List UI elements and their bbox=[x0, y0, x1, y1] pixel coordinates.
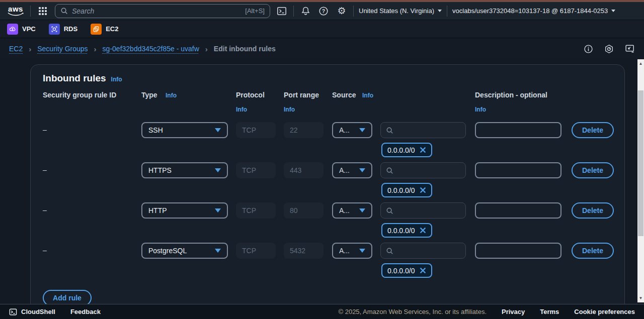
description-input[interactable] bbox=[475, 162, 561, 178]
account-menu[interactable]: voclabs/user3732048=103137-18 @ 6187-184… bbox=[452, 7, 615, 15]
chip-value: 0.0.0.0/0 bbox=[387, 146, 415, 154]
aws-logo[interactable]: aws bbox=[6, 6, 25, 17]
chevron-down-icon bbox=[359, 249, 365, 253]
chevron-down-icon bbox=[611, 10, 615, 12]
type-select-value: PostgreSQL bbox=[148, 247, 187, 255]
type-select[interactable]: PostgreSQL bbox=[141, 243, 228, 259]
chip-value: 0.0.0.0/0 bbox=[387, 267, 415, 275]
favorite-ec2[interactable]: EC2 bbox=[91, 24, 118, 35]
add-rule-button[interactable]: Add rule bbox=[43, 290, 92, 304]
help-icon[interactable]: ? bbox=[317, 5, 330, 18]
source-search-input[interactable] bbox=[380, 243, 466, 259]
global-search[interactable]: [Alt+S] bbox=[55, 4, 270, 18]
type-select[interactable]: HTTPS bbox=[141, 162, 228, 178]
favorite-vpc[interactable]: VPC bbox=[7, 24, 36, 35]
type-select[interactable]: HTTP bbox=[141, 202, 228, 219]
feedback-button[interactable]: Feedback bbox=[70, 308, 101, 315]
services-grid-icon[interactable] bbox=[39, 7, 47, 15]
delete-button[interactable]: Delete bbox=[572, 162, 614, 178]
rule-id-value: – bbox=[43, 126, 47, 134]
source-search-input[interactable] bbox=[380, 202, 466, 219]
favorite-label: VPC bbox=[22, 25, 36, 33]
description-input[interactable] bbox=[475, 122, 561, 138]
chevron-right-icon: › bbox=[29, 45, 31, 53]
inbound-rules-info-link[interactable]: Info bbox=[111, 76, 122, 83]
delete-button[interactable]: Delete bbox=[572, 122, 614, 138]
breadcrumb-ec2[interactable]: EC2 bbox=[9, 45, 23, 53]
source-type-select[interactable]: A... bbox=[332, 122, 372, 138]
card-header: Inbound rules Info bbox=[43, 73, 122, 84]
delete-button[interactable]: Delete bbox=[572, 202, 614, 219]
vpc-service-icon bbox=[7, 24, 18, 35]
breadcrumb: EC2 › Security Groups › sg-0ef32bdd345c2… bbox=[0, 38, 644, 59]
rule-id-value: – bbox=[43, 166, 47, 174]
notifications-bell-icon[interactable] bbox=[299, 5, 312, 18]
terms-link[interactable]: Terms bbox=[540, 308, 559, 315]
remove-chip-icon[interactable] bbox=[420, 227, 426, 234]
window-arrow-icon[interactable] bbox=[625, 44, 635, 54]
port-range-info-link[interactable]: Info bbox=[284, 106, 295, 113]
scrollbar-thumb[interactable] bbox=[638, 90, 643, 236]
source-type-select[interactable]: A... bbox=[332, 243, 372, 259]
breadcrumb-security-group-id[interactable]: sg-0ef32bdd345c2f85e - uvafw bbox=[103, 45, 199, 53]
cloudshell-icon[interactable] bbox=[275, 5, 288, 18]
description-input[interactable] bbox=[475, 202, 561, 219]
remove-chip-icon[interactable] bbox=[420, 147, 426, 153]
svg-text:?: ? bbox=[322, 8, 325, 14]
privacy-link[interactable]: Privacy bbox=[502, 308, 525, 315]
rds-service-icon bbox=[49, 24, 60, 35]
protocol-info-link[interactable]: Info bbox=[236, 106, 247, 113]
breadcrumb-current-page: Edit inbound rules bbox=[214, 45, 276, 53]
source-info-link[interactable]: Info bbox=[362, 92, 373, 99]
description-info-link[interactable]: Info bbox=[475, 106, 486, 113]
cookie-preferences-link[interactable]: Cookie preferences bbox=[574, 308, 635, 315]
port-range-field: 443 bbox=[284, 162, 324, 178]
chevron-down-icon bbox=[359, 208, 365, 212]
gear-icon[interactable]: ⚙ bbox=[335, 5, 348, 18]
favorites-bar: VPC RDS EC2 bbox=[0, 20, 644, 38]
chevron-down-icon bbox=[359, 128, 365, 132]
source-cidr-chip: 0.0.0.0/0 bbox=[381, 223, 432, 238]
description-input[interactable] bbox=[475, 243, 561, 259]
footer-right: © 2025, Amazon Web Services, Inc. or its… bbox=[338, 308, 635, 315]
chevron-down-icon bbox=[359, 168, 365, 172]
remove-chip-icon[interactable] bbox=[420, 267, 426, 274]
breadcrumb-security-groups[interactable]: Security Groups bbox=[37, 45, 88, 53]
type-select-value: HTTP bbox=[148, 206, 167, 215]
page-tools bbox=[584, 44, 635, 54]
cloudshell-button[interactable]: CloudShell bbox=[9, 308, 55, 316]
protocol-field: TCP bbox=[236, 202, 276, 219]
region-selector[interactable]: United States (N. Virginia) bbox=[359, 7, 442, 15]
aws-logo-text: aws bbox=[8, 6, 23, 12]
source-search-input[interactable] bbox=[380, 122, 466, 138]
favorite-rds[interactable]: RDS bbox=[49, 24, 77, 35]
info-circle-icon[interactable] bbox=[584, 44, 593, 54]
chevron-right-icon: › bbox=[94, 45, 97, 53]
scrollbar[interactable]: ▲ ▼ bbox=[637, 59, 644, 302]
column-rule-id: Security group rule ID bbox=[43, 91, 116, 99]
chevron-down-icon bbox=[438, 10, 442, 12]
source-cidr-chip: 0.0.0.0/0 bbox=[381, 263, 432, 278]
rule-row-https: – HTTPS TCP 443 A... bbox=[31, 162, 624, 202]
chip-value: 0.0.0.0/0 bbox=[387, 227, 415, 235]
main-content: Inbound rules Info Security group rule I… bbox=[0, 59, 644, 304]
cloudshell-icon bbox=[9, 308, 17, 316]
aws-smile-icon bbox=[7, 12, 24, 17]
port-range-field: 5432 bbox=[284, 243, 324, 259]
type-select-value: HTTPS bbox=[148, 166, 172, 174]
search-input[interactable] bbox=[72, 7, 241, 15]
scroll-up-arrow-icon[interactable]: ▲ bbox=[637, 60, 644, 67]
type-select[interactable]: SSH bbox=[141, 122, 228, 138]
hexagon-settings-icon[interactable] bbox=[604, 44, 614, 54]
search-shortcut: [Alt+S] bbox=[245, 7, 265, 15]
account-label: voclabs/user3732048=103137-18 @ 6187-184… bbox=[452, 7, 608, 15]
type-info-link[interactable]: Info bbox=[166, 92, 177, 99]
delete-button[interactable]: Delete bbox=[572, 243, 614, 259]
source-search-input[interactable] bbox=[380, 162, 466, 178]
source-type-select[interactable]: A... bbox=[332, 202, 372, 219]
chip-value: 0.0.0.0/0 bbox=[387, 186, 415, 194]
remove-chip-icon[interactable] bbox=[420, 187, 426, 193]
rule-row-http: – HTTP TCP 80 A... 0. bbox=[31, 202, 624, 243]
source-type-select[interactable]: A... bbox=[332, 162, 372, 178]
scroll-down-arrow-icon[interactable]: ▼ bbox=[637, 295, 644, 301]
